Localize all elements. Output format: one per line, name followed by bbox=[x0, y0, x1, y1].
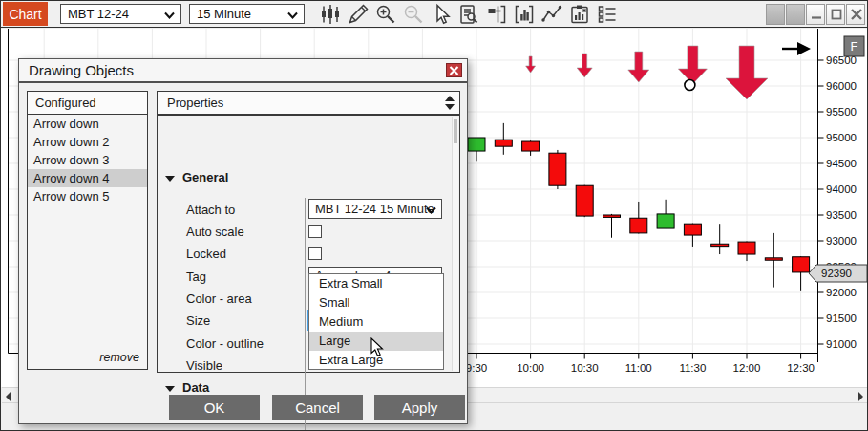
zoom-in-icon[interactable] bbox=[374, 3, 397, 26]
interval-link-button[interactable] bbox=[786, 4, 805, 25]
instrument-link-button[interactable] bbox=[766, 4, 785, 25]
window-controls bbox=[766, 4, 865, 25]
price-axis-label: 91000 bbox=[826, 338, 857, 350]
close-button[interactable] bbox=[846, 4, 865, 25]
candle-body bbox=[765, 258, 782, 260]
close-icon bbox=[449, 66, 459, 75]
interval-value: 15 Minute bbox=[197, 7, 251, 21]
drawing-tools-icon[interactable] bbox=[347, 3, 370, 26]
last-price-value: 92390 bbox=[821, 268, 852, 279]
dialog-titlebar[interactable]: Drawing Objects bbox=[19, 59, 467, 81]
candle-body bbox=[711, 244, 729, 246]
properties-header: Properties bbox=[167, 96, 223, 110]
chevron-down-icon bbox=[426, 206, 436, 214]
chart-window: { "toolbar": { "chart_tab_label": "Chart… bbox=[0, 0, 868, 431]
size-label: Size bbox=[186, 313, 210, 328]
candle-body bbox=[576, 185, 593, 216]
ok-button[interactable]: OK bbox=[169, 395, 260, 420]
size-option[interactable]: Medium bbox=[309, 312, 443, 332]
section-data[interactable]: Data bbox=[165, 380, 209, 395]
remove-link[interactable]: remove bbox=[99, 351, 139, 364]
visible-label: Visible bbox=[186, 358, 222, 373]
configured-list: Arrow downArrow down 2Arrow down 3Arrow … bbox=[28, 115, 147, 205]
scroll-left-icon[interactable] bbox=[6, 392, 11, 401]
locked-label: Locked bbox=[186, 247, 226, 261]
tag-label: Tag bbox=[186, 269, 206, 284]
price-axis-label: 92000 bbox=[826, 287, 857, 298]
candle-body bbox=[630, 218, 647, 233]
anchor-handle[interactable] bbox=[685, 80, 695, 91]
chart-toolbar: Chart MBT 12-24 15 Minute bbox=[1, 1, 867, 28]
dialog-title: Drawing Objects bbox=[29, 62, 134, 78]
pointer-icon[interactable] bbox=[430, 3, 453, 26]
color-area-label: Color - area bbox=[186, 291, 252, 306]
candle-body bbox=[603, 215, 621, 217]
line-series-icon[interactable] bbox=[540, 3, 563, 26]
dialog-close-button[interactable] bbox=[446, 63, 462, 77]
price-axis-label: 94500 bbox=[826, 158, 857, 169]
price-axis-label: 95500 bbox=[826, 106, 857, 118]
chart-tab[interactable]: Chart bbox=[3, 2, 48, 26]
configured-header: Configured bbox=[28, 92, 147, 115]
drawing-objects-dialog: Drawing Objects Configured Arrow downArr… bbox=[18, 58, 468, 424]
auto-scale-label: Auto scale bbox=[186, 225, 244, 239]
time-axis-label: 11:00 bbox=[625, 362, 652, 374]
attach-to-combo[interactable]: MBT 12-24 15 Minute bbox=[308, 199, 442, 219]
price-axis-label: 95000 bbox=[826, 132, 857, 143]
time-axis-label: 12:30 bbox=[787, 362, 815, 374]
auto-scale-checkbox[interactable] bbox=[308, 225, 322, 238]
apply-button[interactable]: Apply bbox=[374, 395, 465, 420]
locked-checkbox[interactable] bbox=[308, 247, 322, 260]
size-option[interactable]: Small bbox=[309, 293, 443, 312]
candle-body bbox=[468, 138, 485, 151]
properties-scroll-spinner[interactable] bbox=[445, 96, 455, 110]
candle-body bbox=[793, 257, 810, 272]
candle-body bbox=[522, 141, 540, 151]
restore-button[interactable] bbox=[826, 4, 845, 25]
section-general[interactable]: General bbox=[165, 170, 228, 184]
configured-item[interactable]: Arrow down bbox=[28, 115, 147, 133]
drawing-objects-list-icon[interactable] bbox=[596, 3, 619, 26]
mouse-cursor-icon bbox=[370, 337, 386, 357]
chevron-down-icon bbox=[164, 11, 175, 19]
candle-body bbox=[549, 153, 566, 185]
fixed-scale-label: F bbox=[851, 39, 858, 54]
configured-item[interactable]: Arrow down 5 bbox=[28, 187, 147, 205]
toolbar-icons bbox=[319, 3, 619, 26]
strategies-icon[interactable] bbox=[568, 3, 591, 26]
properties-header-panel: Properties bbox=[157, 91, 460, 115]
time-axis-label: 12:00 bbox=[733, 362, 761, 374]
candle-body bbox=[495, 140, 512, 146]
configured-item[interactable]: Arrow down 2 bbox=[28, 133, 147, 151]
property-grid-scrollbar[interactable] bbox=[452, 117, 458, 371]
candle-body bbox=[738, 242, 755, 254]
interval-selector[interactable]: 15 Minute bbox=[189, 4, 305, 24]
indicators-icon[interactable] bbox=[513, 3, 536, 26]
cancel-button[interactable]: Cancel bbox=[272, 395, 363, 420]
price-axis-label: 96000 bbox=[826, 80, 857, 92]
time-axis-label: 10:00 bbox=[517, 362, 544, 374]
size-option[interactable]: Extra Small bbox=[309, 274, 443, 293]
candle-body bbox=[684, 224, 701, 235]
time-axis-label: 9:30 bbox=[466, 362, 487, 374]
data-box-icon[interactable] bbox=[457, 3, 480, 26]
configured-panel: Configured Arrow downArrow down 2Arrow d… bbox=[27, 91, 148, 370]
price-axis-label: 93500 bbox=[826, 209, 857, 221]
attach-to-label: Attach to bbox=[186, 203, 235, 217]
price-axis-label: 91500 bbox=[826, 312, 857, 324]
collapse-icon bbox=[165, 386, 175, 392]
zoom-out-icon bbox=[402, 3, 425, 26]
chart-trader-icon[interactable] bbox=[485, 3, 508, 26]
time-axis-label: 10:30 bbox=[571, 362, 599, 374]
instrument-selector[interactable]: MBT 12-24 bbox=[60, 4, 181, 24]
configured-item[interactable]: Arrow down 3 bbox=[28, 151, 147, 169]
candle-body bbox=[657, 214, 674, 228]
time-axis-label: 11:30 bbox=[679, 362, 706, 374]
candlestick-chart-icon[interactable] bbox=[319, 3, 342, 26]
spin-up-icon[interactable] bbox=[445, 96, 455, 101]
minimize-button[interactable] bbox=[806, 4, 825, 25]
scroll-right-icon[interactable] bbox=[858, 392, 863, 401]
collapse-icon bbox=[165, 176, 175, 182]
configured-item[interactable]: Arrow down 4 bbox=[28, 169, 147, 187]
spin-down-icon[interactable] bbox=[445, 104, 455, 110]
